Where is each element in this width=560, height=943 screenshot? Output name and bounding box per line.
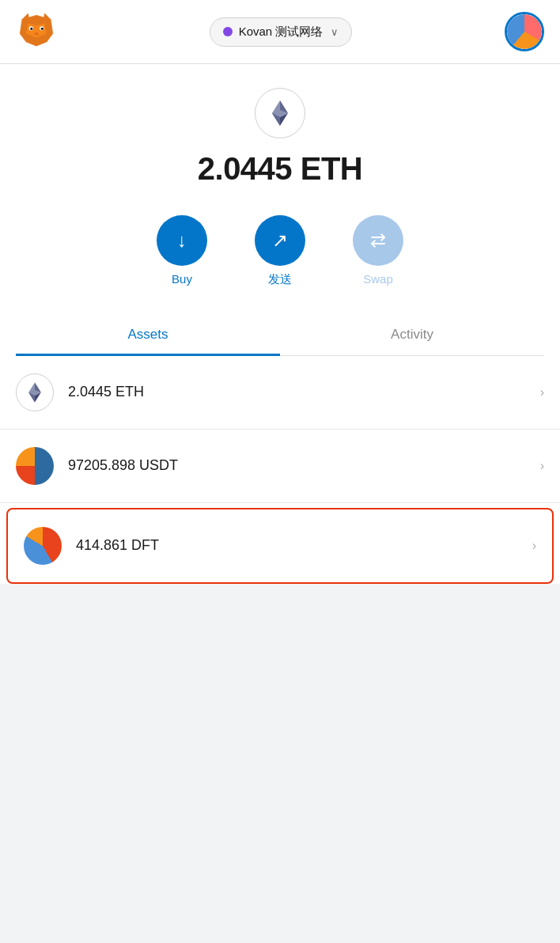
- swap-button-wrapper[interactable]: ⇄ Swap: [353, 215, 403, 287]
- network-dot: [223, 27, 233, 36]
- avatar-inner: [507, 14, 542, 49]
- send-button-wrapper[interactable]: ↗ 发送: [255, 215, 305, 287]
- eth-chevron-icon: ›: [540, 385, 544, 400]
- tabs: Assets Activity: [16, 316, 544, 356]
- eth-logo-icon: [266, 99, 294, 127]
- svg-point-7: [41, 28, 44, 30]
- asset-item-usdt[interactable]: 97205.898 USDT ›: [0, 430, 560, 503]
- header: Kovan 测试网络 ∨: [0, 0, 560, 64]
- swap-button[interactable]: ⇄: [353, 215, 403, 266]
- asset-item-eth[interactable]: 2.0445 ETH ›: [0, 356, 560, 430]
- action-buttons: ↓ Buy ↗ 发送 ⇄ Swap: [16, 215, 544, 287]
- eth-asset-icon: [16, 373, 54, 411]
- network-selector[interactable]: Kovan 测试网络 ∨: [210, 17, 353, 47]
- eth-logo-circle: [255, 88, 305, 138]
- dft-chevron-icon: ›: [532, 539, 536, 553]
- eth-icon-wrapper: [16, 88, 544, 138]
- usdt-asset-icon: [16, 447, 54, 485]
- chevron-down-icon: ∨: [331, 26, 339, 38]
- buy-button[interactable]: ↓: [157, 215, 207, 266]
- avatar[interactable]: [505, 12, 544, 51]
- usdt-amount: 97205.898 USDT: [68, 457, 540, 474]
- tab-activity[interactable]: Activity: [280, 316, 544, 356]
- buy-label: Buy: [172, 272, 192, 286]
- asset-item-dft[interactable]: 414.861 DFT ›: [6, 508, 554, 584]
- send-button[interactable]: ↗: [255, 215, 305, 266]
- svg-point-6: [30, 28, 32, 30]
- swap-icon: ⇄: [370, 229, 386, 252]
- eth-token-icon: [24, 381, 46, 403]
- network-label: Kovan 测试网络: [239, 25, 324, 40]
- eth-amount: 2.0445 ETH: [68, 384, 540, 400]
- dft-amount: 414.861 DFT: [76, 537, 532, 554]
- balance-section: 2.0445 ETH: [16, 151, 544, 187]
- swap-label: Swap: [363, 272, 393, 286]
- metamask-logo: [16, 11, 57, 52]
- tab-assets[interactable]: Assets: [16, 316, 280, 356]
- balance-amount: 2.0445 ETH: [198, 151, 362, 186]
- send-label: 发送: [268, 272, 292, 287]
- send-icon: ↗: [272, 229, 288, 252]
- buy-icon: ↓: [177, 229, 187, 252]
- dft-asset-icon: [24, 527, 62, 565]
- buy-button-wrapper[interactable]: ↓ Buy: [157, 215, 207, 287]
- usdt-chevron-icon: ›: [540, 459, 544, 473]
- main-content: 2.0445 ETH ↓ Buy ↗ 发送 ⇄ Swap Assets Acti…: [0, 64, 560, 356]
- assets-list: 2.0445 ETH › 97205.898 USDT › 414.861 DF…: [0, 356, 560, 584]
